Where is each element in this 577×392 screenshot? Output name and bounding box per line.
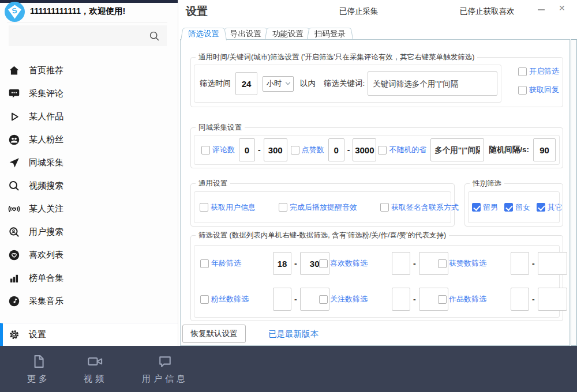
chat-bubble-icon [156,353,174,370]
fans-min-input[interactable] [273,288,291,311]
works-max-input[interactable] [538,288,567,311]
panel-scrollbar[interactable] [571,39,577,346]
works-min-input[interactable] [511,288,529,311]
age-filter-cell: 年龄筛选 - [200,252,319,275]
tab-function-settings[interactable]: 功能设置 [265,27,311,40]
likes-filter-cell: 喜欢数筛选 - [319,252,438,275]
sidebar-item-collect-comments[interactable]: 采集评论 [0,82,178,105]
gender-other-checkbox[interactable]: 其它 [537,202,563,213]
video-camera-icon [86,353,104,370]
bottom-toolbar: 更多 视频 用户信息 [0,346,577,392]
time-unit-select[interactable]: 小时 [263,76,294,92]
get-user-info-checkbox[interactable]: 获取用户信息 [200,202,256,213]
sidebar-item-like-list[interactable]: 喜欢列表 [0,243,178,266]
restore-defaults-button[interactable]: 恢复默认设置 [182,325,246,343]
settings-tabbar: 筛选设置 导出设置 功能设置 扫码登录 [181,27,349,40]
heart-circle-icon [8,249,20,261]
search-icon[interactable] [149,31,160,42]
get-reply-checkbox[interactable]: 获取回复 [518,85,559,95]
home-icon [8,65,20,77]
sidebar-item-city-collect[interactable]: 同城采集 [0,151,178,174]
bottom-item-more[interactable]: 更多 [18,353,59,392]
time-filter-value-input[interactable] [235,72,257,95]
time-keyword-frame: 筛选时间 小时 以内 筛选关键词: [194,65,501,103]
status-collect: 已停止采集 [339,6,379,17]
time-filter-options: 开启筛选 获取回复 [518,66,559,95]
like-max-input[interactable] [353,138,376,161]
comment-count-checkbox[interactable]: 评论数 [201,145,235,155]
comment-max-input[interactable] [264,138,287,161]
group-legend: 同城采集设置 [196,123,245,133]
praise-max-input[interactable] [538,252,567,275]
play-icon [8,111,20,123]
gender-filter-frame: 留男 留女 其它 [468,191,560,223]
likes-count-filter-checkbox[interactable]: 喜欢数筛选 [319,258,392,269]
random-interval-label: 随机间隔/s: [489,145,529,155]
works-filter-cell: 作品数筛选 - [438,288,557,311]
group-legend: 通用时间/关键词(城市)筛选设置 ('开启筛选'只在采集评论有效，其它右键菜单触… [196,52,477,62]
gender-female-checkbox[interactable]: 留女 [504,202,530,213]
version-link[interactable]: 已是最新版本 [268,329,319,340]
like-count-checkbox[interactable]: 点赞数 [291,145,324,155]
sidebar-item-user-follows[interactable]: 某人关注 [0,197,178,220]
signature-contact-checkbox[interactable]: 获取签名含联系方式 [380,202,459,213]
follow-count-filter-checkbox[interactable]: 关注数筛选 [319,294,392,304]
welcome-text: 111111111111，欢迎使用! [30,6,125,17]
group-data-filter: 筛选设置 (数据列表内单机右键-数据筛选, 含有'筛选粉/关/作/喜/赞'的代表… [190,235,563,321]
enable-filter-checkbox[interactable]: 开启筛选 [518,66,559,77]
play-sound-checkbox[interactable]: 完成后播放提醒音效 [279,202,357,213]
fans-count-filter-checkbox[interactable]: 粉丝数筛选 [200,294,273,304]
keyword-input[interactable] [368,71,497,96]
like-min-input[interactable] [328,138,344,161]
group-time-keyword-filter: 通用时间/关键词(城市)筛选设置 ('开启筛选'只在采集评论有效，其它右键菜单触… [190,57,563,107]
non-random-province-checkbox[interactable]: 不随机的省 [378,145,426,155]
praise-count-filter-checkbox[interactable]: 获赞数筛选 [438,258,511,269]
top-strip [0,0,178,3]
bar-chart-icon [8,272,20,284]
praise-filter-cell: 获赞数筛选 - [438,252,557,275]
gender-male-checkbox[interactable]: 留男 [472,202,498,213]
age-filter-checkbox[interactable]: 年龄筛选 [200,258,273,269]
follow-filter-cell: 关注数筛选 - [319,288,438,311]
sidebar-item-video-search[interactable]: 视频搜索 [0,174,178,197]
sidebar-search [9,25,167,46]
filter-settings-panel: 通用时间/关键词(城市)筛选设置 ('开启筛选'只在采集评论有效，其它右键菜单触… [180,39,570,346]
tab-filter-settings[interactable]: 筛选设置 [181,27,227,40]
follow-min-input[interactable] [392,288,410,311]
sidebar-item-settings[interactable]: 设置 [0,323,178,346]
tab-qrcode-login[interactable]: 扫码登录 [307,27,353,40]
filter-row-1: 年龄筛选 - 喜欢数筛选 - [200,252,553,275]
sidebar-item-user-fans[interactable]: 某人粉丝 [0,128,178,151]
sidebar-item-ranking-collection[interactable]: 榜单合集 [0,266,178,289]
search-input[interactable] [9,25,149,46]
age-min-input[interactable] [273,252,291,275]
random-interval-input[interactable] [533,138,556,161]
search-icon [8,180,20,192]
app-logo-icon: S [4,1,25,22]
sidebar-item-home-recommend[interactable]: 首页推荐 [0,59,178,82]
fans-icon [8,134,20,146]
province-input[interactable] [430,138,484,161]
status-likes: 已停止获取喜欢 [460,6,515,17]
minimize-button[interactable] [538,9,545,10]
sidebar-divider [7,22,167,22]
fans-filter-cell: 粉丝数筛选 - [200,288,319,311]
group-legend: 筛选设置 (数据列表内单机右键-数据筛选, 含有'筛选粉/关/作/喜/赞'的代表… [196,231,449,240]
sidebar-item-collect-music[interactable]: 采集音乐 [0,289,178,312]
tab-export-settings[interactable]: 导出设置 [223,27,269,40]
filter-row-2: 粉丝数筛选 - 关注数筛选 - [200,288,553,311]
bottom-item-user-info[interactable]: 用户信息 [130,353,200,392]
bottom-item-video[interactable]: 视频 [75,353,115,392]
sidebar-item-user-search[interactable]: 用户搜索 [0,220,178,243]
time-filter-label: 筛选时间 [200,78,231,89]
gear-icon [8,329,20,341]
navigation-icon [8,157,20,169]
likes-min-input[interactable] [392,252,410,275]
comment-icon [8,88,20,100]
close-button[interactable]: ✕ [559,3,565,13]
sidebar-item-user-works[interactable]: 某人作品 [0,105,178,128]
praise-min-input[interactable] [511,252,529,275]
works-count-filter-checkbox[interactable]: 作品数筛选 [438,294,511,304]
comment-min-input[interactable] [239,138,255,161]
within-label: 以内 [300,78,316,89]
